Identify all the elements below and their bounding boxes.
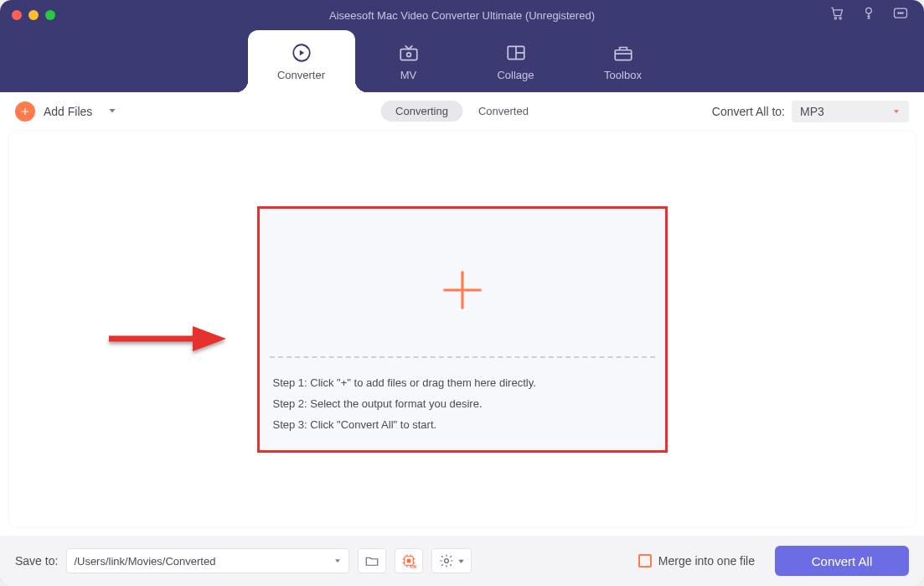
tab-label: Converter — [277, 69, 325, 81]
tab-toolbox[interactable]: Toolbox — [570, 30, 677, 92]
add-plus-icon[interactable] — [440, 267, 485, 316]
svg-rect-14 — [615, 49, 632, 60]
segment-converted[interactable]: Converted — [463, 101, 544, 122]
convert-all-to-label: Convert All to: — [712, 105, 785, 118]
svg-marker-37 — [459, 560, 463, 563]
output-format-select[interactable]: MP3 — [792, 101, 909, 122]
chevron-down-icon — [892, 107, 901, 116]
svg-marker-24 — [335, 559, 340, 563]
tab-label: Toolbox — [604, 69, 642, 81]
svg-point-4 — [898, 13, 899, 13]
plus-icon — [15, 101, 35, 122]
checkbox-icon — [638, 554, 652, 568]
tab-mv[interactable]: MV — [355, 30, 462, 92]
svg-rect-9 — [400, 49, 417, 60]
key-icon[interactable] — [860, 5, 877, 25]
feedback-icon[interactable] — [892, 5, 909, 25]
svg-marker-21 — [193, 326, 226, 351]
merge-checkbox[interactable]: Merge into one file — [638, 554, 755, 568]
collage-icon — [505, 42, 527, 64]
chip-icon: ON — [401, 553, 416, 568]
tab-converter[interactable]: Converter — [248, 30, 355, 92]
svg-point-5 — [900, 13, 901, 13]
chevron-down-icon — [457, 557, 465, 565]
chevron-down-icon[interactable] — [107, 104, 117, 119]
main-tab-bar: Converter MV Collage Toolbox — [0, 30, 924, 92]
maximize-window-button[interactable] — [45, 10, 55, 20]
svg-marker-18 — [110, 109, 116, 113]
svg-point-1 — [839, 18, 841, 19]
output-format-value: MP3 — [800, 105, 824, 118]
app-window: Aiseesoft Mac Video Converter Ultimate (… — [0, 0, 924, 586]
gear-icon — [439, 553, 454, 568]
converter-icon — [291, 42, 312, 64]
svg-point-0 — [834, 18, 836, 19]
bottom-bar: Save to: /Users/link/Movies/Converted ON… — [0, 536, 924, 586]
svg-marker-19 — [894, 110, 899, 113]
main-panel: Step 1: Click "+" to add files or drag t… — [8, 131, 916, 527]
window-controls — [0, 10, 55, 20]
chevron-down-icon — [333, 557, 342, 565]
status-segment: Converting Converted — [380, 101, 544, 122]
merge-label: Merge into one file — [658, 554, 755, 568]
title-bar-actions — [829, 5, 924, 25]
tab-label: MV — [400, 69, 417, 81]
window-title: Aiseesoft Mac Video Converter Ultimate (… — [0, 9, 924, 22]
svg-point-10 — [406, 52, 410, 56]
mv-icon — [398, 42, 420, 64]
svg-text:ON: ON — [411, 565, 417, 568]
folder-icon — [364, 553, 379, 568]
save-path-select[interactable]: /Users/link/Movies/Converted — [66, 548, 349, 573]
open-folder-button[interactable] — [358, 548, 386, 573]
svg-rect-26 — [407, 559, 411, 563]
svg-marker-8 — [299, 49, 303, 55]
tab-label: Collage — [497, 69, 534, 81]
gpu-accel-button[interactable]: ON — [395, 548, 423, 573]
step-text: Step 1: Click "+" to add files or drag t… — [273, 376, 652, 389]
drop-zone[interactable]: Step 1: Click "+" to add files or drag t… — [257, 206, 668, 453]
svg-point-6 — [902, 13, 903, 13]
settings-button[interactable] — [431, 548, 472, 573]
save-path-value: /Users/link/Movies/Converted — [74, 555, 215, 568]
convert-all-to: Convert All to: MP3 — [712, 101, 909, 122]
toolbar: Add Files Converting Converted Convert A… — [0, 92, 924, 131]
convert-all-button[interactable]: Convert All — [775, 546, 909, 576]
save-to-label: Save to: — [15, 554, 58, 568]
add-files-button[interactable]: Add Files — [15, 101, 117, 122]
add-files-label: Add Files — [44, 105, 92, 118]
minimize-window-button[interactable] — [28, 10, 39, 20]
close-window-button[interactable] — [12, 10, 22, 20]
annotation-arrow — [102, 318, 228, 360]
title-bar: Aiseesoft Mac Video Converter Ultimate (… — [0, 0, 924, 30]
instruction-steps: Step 1: Click "+" to add files or drag t… — [273, 376, 652, 431]
segment-converting[interactable]: Converting — [380, 101, 463, 122]
toolbox-icon — [612, 42, 634, 64]
cart-icon[interactable] — [829, 5, 845, 25]
divider — [270, 356, 655, 358]
tab-collage[interactable]: Collage — [462, 30, 570, 92]
svg-point-36 — [444, 559, 448, 563]
step-text: Step 3: Click "Convert All" to start. — [273, 418, 652, 431]
svg-point-2 — [866, 8, 872, 13]
step-text: Step 2: Select the output format you des… — [273, 397, 652, 410]
